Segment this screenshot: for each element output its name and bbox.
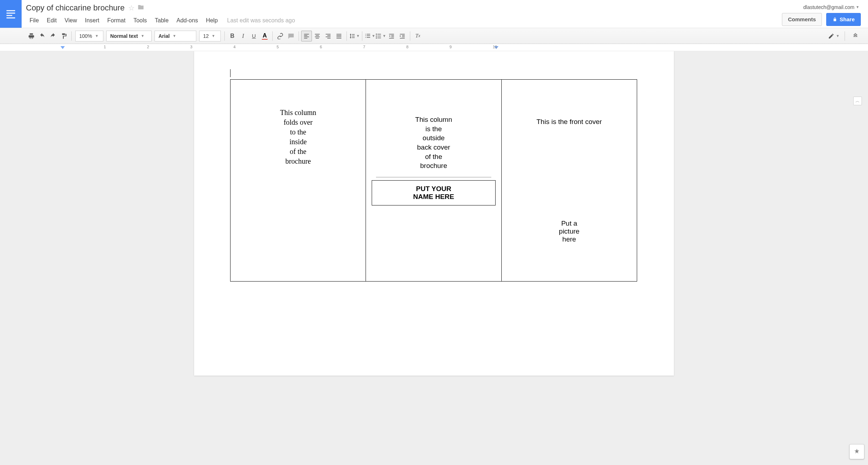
ruler-tick: 9 [449, 45, 452, 49]
svg-point-6 [376, 37, 377, 38]
svg-marker-7 [61, 46, 65, 49]
insert-link-button[interactable] [275, 31, 286, 41]
docs-logo[interactable] [0, 0, 22, 28]
undo-button[interactable] [37, 31, 48, 41]
clear-formatting-button[interactable]: Tx [412, 31, 423, 41]
ruler-tick: 6 [320, 45, 322, 49]
line-spacing-button[interactable]: ▼ [349, 31, 360, 41]
menu-addons[interactable]: Add-ons [173, 16, 202, 25]
menu-file[interactable]: File [26, 16, 42, 25]
align-justify-button[interactable] [334, 31, 344, 41]
increase-indent-button[interactable] [397, 31, 408, 41]
insert-comment-button[interactable] [286, 31, 296, 41]
ruler-tick: 4 [233, 45, 236, 49]
hide-menus-button[interactable] [850, 31, 861, 41]
col2-divider [376, 177, 491, 177]
svg-rect-1 [6, 13, 15, 14]
font-size-dropdown[interactable]: 12▼ [199, 31, 221, 41]
ruler-tick: 2 [147, 45, 149, 49]
menu-format[interactable]: Format [104, 16, 129, 25]
account-email: dlastutech@gmail.com [803, 4, 854, 10]
text-cursor [230, 69, 231, 77]
lock-icon [832, 17, 837, 22]
ruler-tick: 8 [406, 45, 408, 49]
menu-tools[interactable]: Tools [130, 16, 150, 25]
paint-format-button[interactable] [58, 31, 69, 41]
ruler-tick: 10 [493, 45, 497, 49]
folder-icon[interactable] [138, 4, 144, 12]
bulleted-list-button[interactable]: ▼ [375, 31, 386, 41]
ruler-tick: 1 [104, 45, 106, 49]
comments-button[interactable]: Comments [782, 13, 822, 26]
toolbar: 100%▼ Normal text▼ Arial▼ 12▼ B I U A ▼ … [0, 28, 868, 44]
menu-bar: File Edit View Insert Format Tools Table… [26, 14, 782, 27]
redo-button[interactable] [48, 31, 58, 41]
brochure-col3[interactable]: This is the front cover Put a picture he… [501, 80, 637, 282]
align-right-button[interactable] [323, 31, 334, 41]
brochure-col1[interactable]: This column folds over to the inside of … [231, 80, 366, 282]
svg-rect-3 [6, 17, 15, 18]
styles-dropdown[interactable]: Normal text▼ [106, 31, 152, 41]
left-indent-marker[interactable] [61, 46, 65, 50]
editing-mode-button[interactable]: ▼ [828, 31, 840, 41]
svg-point-4 [376, 34, 377, 35]
share-label: Share [840, 16, 855, 22]
align-center-button[interactable] [312, 31, 323, 41]
text-color-button[interactable]: A [259, 31, 270, 41]
ruler-tick: 5 [277, 45, 279, 49]
explore-icon [853, 448, 860, 455]
menu-view[interactable]: View [61, 16, 80, 25]
ruler-tick: 3 [190, 45, 192, 49]
italic-button[interactable]: I [238, 31, 249, 41]
account-menu[interactable]: dlastutech@gmail.com ▼ [803, 2, 861, 10]
last-edit-status[interactable]: Last edit was seconds ago [227, 17, 295, 24]
horizontal-ruler[interactable]: 1 2 3 4 5 6 7 8 9 10 [0, 44, 868, 51]
menu-table[interactable]: Table [151, 16, 172, 25]
page[interactable]: This column folds over to the inside of … [194, 51, 674, 376]
numbered-list-button[interactable]: ▼ [364, 31, 375, 41]
col3-front-text[interactable]: This is the front cover [506, 118, 632, 126]
document-canvas[interactable]: This column folds over to the inside of … [0, 51, 868, 465]
share-button[interactable]: Share [826, 13, 861, 26]
collapse-toolbar-button[interactable]: ︿ [853, 97, 862, 105]
zoom-dropdown[interactable]: 100%▼ [75, 31, 103, 41]
col3-picture-text[interactable]: Put a picture here [506, 220, 632, 243]
decrease-indent-button[interactable] [386, 31, 397, 41]
svg-rect-2 [6, 15, 12, 16]
align-left-button[interactable] [301, 31, 312, 41]
svg-rect-0 [6, 10, 15, 11]
menu-insert[interactable]: Insert [81, 16, 103, 25]
menu-help[interactable]: Help [202, 16, 222, 25]
name-box[interactable]: PUT YOUR NAME HERE [372, 180, 495, 205]
brochure-table[interactable]: This column folds over to the inside of … [230, 79, 637, 282]
menu-edit[interactable]: Edit [43, 16, 61, 25]
underline-button[interactable]: U [249, 31, 259, 41]
explore-button[interactable] [849, 444, 864, 459]
caret-down-icon: ▼ [856, 5, 859, 9]
svg-point-5 [376, 35, 377, 36]
star-icon[interactable]: ☆ [128, 4, 135, 12]
brochure-col2[interactable]: This column is the outside back cover of… [366, 80, 501, 282]
print-button[interactable] [26, 31, 37, 41]
col1-text[interactable]: This column folds over to the inside of … [235, 108, 361, 166]
font-dropdown[interactable]: Arial▼ [155, 31, 196, 41]
bold-button[interactable]: B [227, 31, 238, 41]
app-header: Copy of chiccarine brochure ☆ File Edit … [0, 0, 868, 28]
document-title[interactable]: Copy of chiccarine brochure [26, 3, 125, 13]
ruler-tick: 7 [363, 45, 365, 49]
col2-text[interactable]: This column is the outside back cover of… [370, 115, 497, 170]
